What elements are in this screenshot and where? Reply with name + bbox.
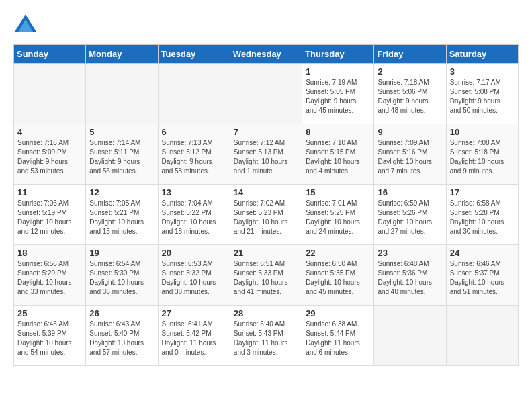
day-info: Sunrise: 7:13 AM Sunset: 5:12 PM Dayligh… [162, 138, 226, 176]
day-number: 15 [306, 187, 370, 197]
day-info: Sunrise: 6:46 AM Sunset: 5:37 PM Dayligh… [450, 259, 515, 297]
page-header [13, 13, 519, 38]
day-info: Sunrise: 7:18 AM Sunset: 5:06 PM Dayligh… [378, 78, 442, 116]
day-number: 20 [162, 248, 226, 258]
day-number: 10 [450, 127, 515, 137]
calendar-body: 1Sunrise: 7:19 AM Sunset: 5:05 PM Daylig… [14, 64, 519, 366]
day-info: Sunrise: 6:48 AM Sunset: 5:36 PM Dayligh… [378, 259, 442, 297]
day-info: Sunrise: 7:04 AM Sunset: 5:22 PM Dayligh… [162, 199, 226, 236]
calendar-cell [230, 64, 302, 124]
day-number: 28 [234, 308, 298, 318]
day-number: 23 [378, 248, 442, 258]
day-info: Sunrise: 6:50 AM Sunset: 5:35 PM Dayligh… [306, 259, 370, 297]
day-info: Sunrise: 6:40 AM Sunset: 5:43 PM Dayligh… [234, 320, 298, 357]
calendar-cell: 28Sunrise: 6:40 AM Sunset: 5:43 PM Dayli… [230, 306, 302, 366]
day-number: 18 [17, 248, 82, 258]
calendar-cell: 4Sunrise: 7:16 AM Sunset: 5:09 PM Daylig… [14, 124, 86, 185]
calendar-table: SundayMondayTuesdayWednesdayThursdayFrid… [13, 44, 519, 366]
day-number: 16 [378, 187, 442, 197]
calendar-cell: 5Sunrise: 7:14 AM Sunset: 5:11 PM Daylig… [86, 124, 158, 185]
calendar-week-5: 25Sunrise: 6:45 AM Sunset: 5:39 PM Dayli… [14, 306, 519, 366]
day-info: Sunrise: 7:05 AM Sunset: 5:21 PM Dayligh… [89, 199, 154, 236]
day-number: 13 [162, 187, 226, 197]
day-info: Sunrise: 7:17 AM Sunset: 5:08 PM Dayligh… [450, 78, 515, 116]
day-header-friday: Friday [374, 45, 446, 64]
day-number: 8 [306, 127, 370, 137]
day-number: 17 [450, 187, 515, 197]
day-number: 6 [162, 127, 226, 137]
calendar-cell: 15Sunrise: 7:01 AM Sunset: 5:25 PM Dayli… [302, 185, 374, 245]
calendar-cell [446, 306, 518, 366]
day-header-monday: Monday [86, 45, 158, 64]
day-number: 25 [17, 308, 82, 318]
day-info: Sunrise: 6:53 AM Sunset: 5:32 PM Dayligh… [162, 259, 226, 297]
calendar-cell: 27Sunrise: 6:41 AM Sunset: 5:42 PM Dayli… [158, 306, 230, 366]
calendar-cell: 29Sunrise: 6:38 AM Sunset: 5:44 PM Dayli… [302, 306, 374, 366]
calendar-cell: 11Sunrise: 7:06 AM Sunset: 5:19 PM Dayli… [14, 185, 86, 245]
day-info: Sunrise: 6:56 AM Sunset: 5:29 PM Dayligh… [17, 259, 82, 297]
day-info: Sunrise: 7:12 AM Sunset: 5:13 PM Dayligh… [234, 138, 298, 176]
day-header-sunday: Sunday [14, 45, 86, 64]
day-number: 7 [234, 127, 298, 137]
calendar-cell: 19Sunrise: 6:54 AM Sunset: 5:30 PM Dayli… [86, 245, 158, 306]
day-number: 27 [162, 308, 226, 318]
calendar-cell: 26Sunrise: 6:43 AM Sunset: 5:40 PM Dayli… [86, 306, 158, 366]
day-info: Sunrise: 6:41 AM Sunset: 5:42 PM Dayligh… [162, 320, 226, 357]
calendar-cell: 1Sunrise: 7:19 AM Sunset: 5:05 PM Daylig… [302, 64, 374, 124]
calendar-cell [14, 64, 86, 124]
day-info: Sunrise: 6:38 AM Sunset: 5:44 PM Dayligh… [306, 320, 370, 357]
calendar-cell: 22Sunrise: 6:50 AM Sunset: 5:35 PM Dayli… [302, 245, 374, 306]
day-info: Sunrise: 6:58 AM Sunset: 5:28 PM Dayligh… [450, 199, 515, 236]
calendar-week-2: 4Sunrise: 7:16 AM Sunset: 5:09 PM Daylig… [14, 124, 519, 185]
day-info: Sunrise: 6:51 AM Sunset: 5:33 PM Dayligh… [234, 259, 298, 297]
calendar-cell: 8Sunrise: 7:10 AM Sunset: 5:15 PM Daylig… [302, 124, 374, 185]
calendar-cell: 6Sunrise: 7:13 AM Sunset: 5:12 PM Daylig… [158, 124, 230, 185]
calendar-cell: 23Sunrise: 6:48 AM Sunset: 5:36 PM Dayli… [374, 245, 446, 306]
day-info: Sunrise: 7:19 AM Sunset: 5:05 PM Dayligh… [306, 78, 370, 116]
logo [13, 13, 42, 38]
calendar-cell: 24Sunrise: 6:46 AM Sunset: 5:37 PM Dayli… [446, 245, 518, 306]
day-number: 11 [17, 187, 82, 197]
day-number: 12 [89, 187, 154, 197]
day-number: 29 [306, 308, 370, 318]
calendar-cell: 2Sunrise: 7:18 AM Sunset: 5:06 PM Daylig… [374, 64, 446, 124]
calendar-cell: 13Sunrise: 7:04 AM Sunset: 5:22 PM Dayli… [158, 185, 230, 245]
day-info: Sunrise: 6:43 AM Sunset: 5:40 PM Dayligh… [89, 320, 154, 357]
day-header-saturday: Saturday [446, 45, 518, 64]
day-number: 21 [234, 248, 298, 258]
day-header-tuesday: Tuesday [158, 45, 230, 64]
day-number: 22 [306, 248, 370, 258]
calendar-cell [86, 64, 158, 124]
calendar-cell: 10Sunrise: 7:08 AM Sunset: 5:18 PM Dayli… [446, 124, 518, 185]
day-info: Sunrise: 6:59 AM Sunset: 5:26 PM Dayligh… [378, 199, 442, 236]
calendar-cell: 9Sunrise: 7:09 AM Sunset: 5:16 PM Daylig… [374, 124, 446, 185]
day-number: 4 [17, 127, 82, 137]
day-number: 24 [450, 248, 515, 258]
day-info: Sunrise: 7:14 AM Sunset: 5:11 PM Dayligh… [89, 138, 154, 176]
calendar-week-3: 11Sunrise: 7:06 AM Sunset: 5:19 PM Dayli… [14, 185, 519, 245]
logo-icon [13, 13, 38, 38]
day-info: Sunrise: 7:09 AM Sunset: 5:16 PM Dayligh… [378, 138, 442, 176]
calendar-cell: 12Sunrise: 7:05 AM Sunset: 5:21 PM Dayli… [86, 185, 158, 245]
day-number: 3 [450, 66, 515, 77]
day-number: 9 [378, 127, 442, 137]
calendar-cell: 16Sunrise: 6:59 AM Sunset: 5:26 PM Dayli… [374, 185, 446, 245]
day-header-thursday: Thursday [302, 45, 374, 64]
calendar-cell: 17Sunrise: 6:58 AM Sunset: 5:28 PM Dayli… [446, 185, 518, 245]
calendar-cell: 18Sunrise: 6:56 AM Sunset: 5:29 PM Dayli… [14, 245, 86, 306]
calendar-header-row: SundayMondayTuesdayWednesdayThursdayFrid… [14, 45, 519, 64]
day-number: 19 [89, 248, 154, 258]
calendar-cell: 21Sunrise: 6:51 AM Sunset: 5:33 PM Dayli… [230, 245, 302, 306]
calendar-cell [374, 306, 446, 366]
day-number: 14 [234, 187, 298, 197]
calendar-cell [158, 64, 230, 124]
day-info: Sunrise: 7:06 AM Sunset: 5:19 PM Dayligh… [17, 199, 82, 236]
day-info: Sunrise: 7:08 AM Sunset: 5:18 PM Dayligh… [450, 138, 515, 176]
calendar-cell: 14Sunrise: 7:02 AM Sunset: 5:23 PM Dayli… [230, 185, 302, 245]
day-number: 2 [378, 66, 442, 77]
calendar-cell: 7Sunrise: 7:12 AM Sunset: 5:13 PM Daylig… [230, 124, 302, 185]
calendar-week-4: 18Sunrise: 6:56 AM Sunset: 5:29 PM Dayli… [14, 245, 519, 306]
day-info: Sunrise: 7:01 AM Sunset: 5:25 PM Dayligh… [306, 199, 370, 236]
calendar-cell: 25Sunrise: 6:45 AM Sunset: 5:39 PM Dayli… [14, 306, 86, 366]
calendar-cell: 3Sunrise: 7:17 AM Sunset: 5:08 PM Daylig… [446, 64, 518, 124]
